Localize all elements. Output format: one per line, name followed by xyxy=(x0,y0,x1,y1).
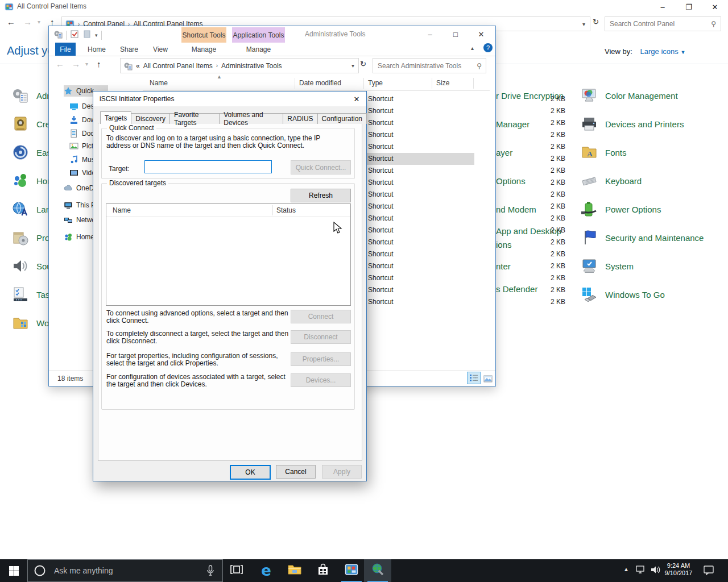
explorer-search-box[interactable]: Search Administrative Tools ⚲ xyxy=(373,58,486,73)
disconnect-button[interactable]: Disconnect xyxy=(291,330,351,344)
qat-customize-icon[interactable]: ▾ xyxy=(95,32,98,38)
column-type[interactable]: Type xyxy=(368,79,383,87)
view-by-value[interactable]: Large icons xyxy=(640,47,679,56)
cp-middle-fragment[interactable]: ions xyxy=(496,238,512,252)
tab-favorite-targets[interactable]: Favorite Targets xyxy=(169,113,220,124)
list-column-status[interactable]: Status xyxy=(276,206,296,214)
column-date-modified[interactable]: Date modified xyxy=(299,79,341,87)
tab-manage-application[interactable]: Manage xyxy=(232,43,285,56)
cp-item-wo[interactable]: Wo xyxy=(11,314,49,332)
explorer-history-icon[interactable]: ▾ xyxy=(85,61,88,67)
properties-qat-icon[interactable] xyxy=(70,30,79,41)
search-icon[interactable]: ⚲ xyxy=(711,20,716,28)
sort-asc-icon[interactable]: ▲ xyxy=(217,74,222,80)
taskbar-store-button[interactable] xyxy=(309,559,337,582)
cp-item-cre[interactable]: Cre xyxy=(11,115,50,133)
cp-item-devices-and-printers[interactable]: Devices and Printers xyxy=(580,115,684,133)
shortcut-tools-header[interactable]: Shortcut Tools xyxy=(181,27,226,43)
newfolder-qat-icon[interactable] xyxy=(82,30,92,41)
explorer-maximize-icon[interactable]: □ xyxy=(444,27,467,41)
chevron-down-icon[interactable]: ▾ xyxy=(38,19,40,25)
taskbar-file-explorer-button[interactable] xyxy=(281,559,308,582)
address-dropdown-icon[interactable]: ▾ xyxy=(582,21,585,27)
taskbar-edge-button[interactable]: e xyxy=(253,559,280,582)
cp-item-power-options[interactable]: Power Options xyxy=(580,200,661,218)
devices-button[interactable]: Devices... xyxy=(291,373,351,387)
explorer-back-icon[interactable]: ← xyxy=(56,59,64,69)
tab-share[interactable]: Share xyxy=(116,43,142,56)
close-icon[interactable]: ✕ xyxy=(702,0,728,14)
apply-button[interactable]: Apply xyxy=(322,465,362,479)
cp-item-lan[interactable]: Lan xyxy=(11,200,51,218)
quick-connect-button[interactable]: Quick Connect... xyxy=(291,160,351,174)
tab-radius[interactable]: RADIUS xyxy=(283,113,317,124)
cp-item-sou[interactable]: Sou xyxy=(11,257,52,275)
cp-item-pro[interactable]: Pro xyxy=(11,228,49,247)
cp-middle-fragment[interactable]: ayer xyxy=(496,146,512,160)
taskbar-task-view-button[interactable] xyxy=(223,559,250,582)
details-view-icon[interactable] xyxy=(467,372,481,384)
connect-button[interactable]: Connect xyxy=(291,310,351,323)
start-button[interactable] xyxy=(0,559,27,582)
tab-manage-shortcut[interactable]: Manage xyxy=(181,43,226,56)
discovered-targets-list[interactable]: Name Status xyxy=(106,203,351,306)
tab-view[interactable]: View xyxy=(148,43,173,56)
target-input[interactable] xyxy=(144,160,272,173)
tab-configuration[interactable]: Configuration xyxy=(317,113,367,124)
cp-search-box[interactable]: Search Control Panel ⚲ xyxy=(605,16,721,31)
tab-discovery[interactable]: Discovery xyxy=(131,113,170,124)
explorer-forward-icon[interactable]: → xyxy=(72,59,80,69)
ok-button[interactable]: OK xyxy=(230,465,271,480)
tab-file[interactable]: File xyxy=(55,43,76,56)
cortana-search-box[interactable]: Ask me anything xyxy=(27,559,223,582)
cp-item-windows-to-go[interactable]: Windows To Go xyxy=(580,285,665,304)
help-icon[interactable]: ? xyxy=(483,43,493,52)
properties-button[interactable]: Properties... xyxy=(291,352,351,366)
cp-item-system[interactable]: System xyxy=(580,257,634,275)
explorer-minimize-icon[interactable]: – xyxy=(419,27,441,41)
refresh-icon[interactable]: ↻ xyxy=(593,18,599,26)
column-name[interactable]: Name xyxy=(150,79,168,87)
breadcrumb-administrative-tools[interactable]: Administrative Tools xyxy=(221,62,282,70)
taskbar-iscsi-button[interactable] xyxy=(364,559,391,582)
sidebar-item-home[interactable]: Home xyxy=(64,231,94,243)
explorer-refresh-icon[interactable]: ↻ xyxy=(360,60,366,68)
explorer-up-icon[interactable]: ↑ xyxy=(97,59,101,69)
cp-item-adm[interactable]: Adm xyxy=(11,86,54,105)
application-tools-header[interactable]: Application Tools xyxy=(232,27,285,43)
maximize-icon[interactable]: ❐ xyxy=(676,0,702,14)
explorer-address-bar[interactable]: « All Control Panel Items › Administrati… xyxy=(120,58,359,73)
volume-tray-icon[interactable] xyxy=(650,565,661,575)
network-tray-icon[interactable] xyxy=(635,565,647,575)
forward-icon[interactable]: → xyxy=(23,17,32,27)
cancel-button[interactable]: Cancel xyxy=(276,465,316,479)
cp-item-color-management[interactable]: Color Management xyxy=(580,86,678,105)
view-by-control[interactable]: View by: Large icons ▼ xyxy=(605,47,685,56)
refresh-button[interactable]: Refresh xyxy=(291,189,351,202)
taskbar-control-panel-button[interactable] xyxy=(338,559,365,582)
tray-expand-icon[interactable]: ▲ xyxy=(623,566,629,572)
ribbon-collapse-icon[interactable]: ▴ xyxy=(471,45,474,51)
cp-middle-fragment[interactable]: Options xyxy=(496,174,526,188)
explorer-close-icon[interactable]: ✕ xyxy=(470,27,493,41)
thumbnail-view-icon[interactable] xyxy=(482,373,494,384)
explorer-search-icon[interactable]: ⚲ xyxy=(477,62,482,70)
column-size[interactable]: Size xyxy=(436,79,449,87)
sidebar-item-netwo[interactable]: Netwo xyxy=(64,214,96,226)
list-column-name[interactable]: Name xyxy=(113,206,131,214)
view-by-chevron-icon[interactable]: ▼ xyxy=(680,49,685,55)
action-center-icon[interactable] xyxy=(703,565,715,576)
breadcrumb-all-control-panel-items[interactable]: All Control Panel Items xyxy=(143,62,213,70)
clock[interactable]: 9:24 AM 9/10/2017 xyxy=(661,562,696,577)
cp-item-eas[interactable]: Eas xyxy=(11,143,51,161)
microphone-icon[interactable] xyxy=(206,565,214,576)
cp-middle-fragment[interactable]: nter xyxy=(496,260,511,273)
cp-item-security-and-maintenance[interactable]: Security and Maintenance xyxy=(580,228,704,247)
back-icon[interactable]: ← xyxy=(7,17,15,27)
tab-targets[interactable]: Targets xyxy=(100,111,131,124)
cp-item-fonts[interactable]: AFonts xyxy=(580,143,627,161)
minimize-icon[interactable]: – xyxy=(650,0,676,14)
explorer-address-dropdown-icon[interactable]: ▾ xyxy=(351,63,354,69)
sidebar-item-dow[interactable]: Dow xyxy=(69,114,96,126)
sidebar-item-this-p[interactable]: This P xyxy=(64,199,96,211)
